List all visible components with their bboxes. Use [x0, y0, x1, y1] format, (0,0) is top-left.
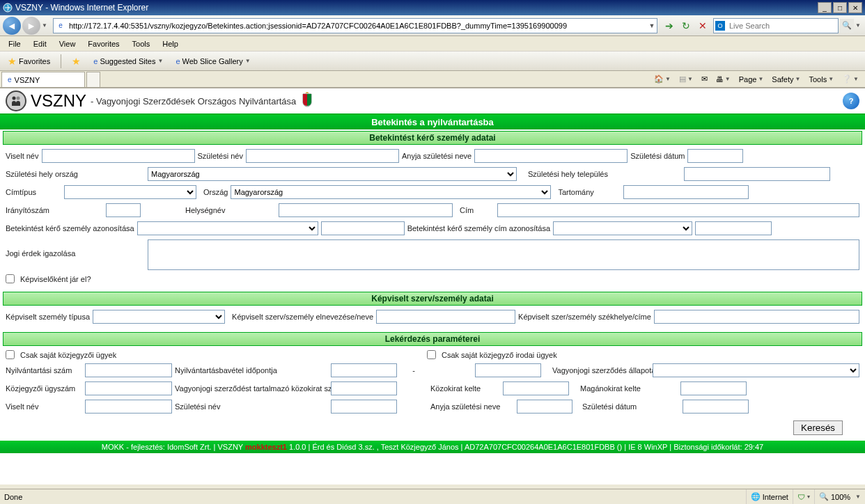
input-cim[interactable] — [497, 203, 859, 217]
search-input[interactable] — [726, 22, 838, 30]
label-csak-sajat-irodai: Csak saját közjegyző irodai ügyek — [442, 351, 557, 359]
select-szul-hely-orszag[interactable]: Magyarország — [148, 167, 517, 181]
ie-small-icon: e — [93, 57, 98, 65]
window-titlebar: VSZNY - Windows Internet Explorer _ □ ✕ — [0, 0, 865, 15]
label-kozjegyzoi-ugyszam: Közjegyzői ügyszám — [6, 384, 82, 393]
input-szuletesi-nev[interactable] — [246, 149, 399, 163]
select-cimtipus[interactable] — [64, 185, 196, 199]
label-kepviselt-nev: Képviselt szerv/személy elnevezése/neve — [232, 313, 373, 321]
input-kozokirat-kelte[interactable] — [503, 381, 569, 395]
globe-icon: 🌐 — [751, 492, 761, 501]
input-q-anyja-neve[interactable] — [517, 400, 572, 414]
input-nyilv-ido-from[interactable] — [331, 363, 397, 377]
main-heading: Betekintés a nyilvántartásba — [0, 115, 865, 129]
back-button[interactable]: ◄ — [3, 17, 21, 35]
section-3-heading: Lekérdezés paraméterei — [3, 332, 862, 346]
ie-icon — [3, 3, 13, 13]
add-favorites-button[interactable]: ★ — [67, 54, 86, 69]
search-button[interactable]: Keresés — [793, 420, 843, 435]
input-szul-hely-telepules[interactable] — [684, 167, 830, 181]
input-iranyitoszam[interactable] — [106, 203, 141, 217]
label-cimtipus: Címtípus — [6, 188, 61, 196]
ie-small-icon: e — [8, 76, 12, 84]
input-tartomany[interactable] — [623, 185, 749, 199]
input-viselt-nev[interactable] — [42, 149, 195, 163]
input-maganokirat-kelte[interactable] — [680, 381, 747, 395]
search-provider-dropdown[interactable]: ▼ — [855, 22, 862, 29]
input-q-szuletesi-nev[interactable] — [331, 400, 397, 414]
app-title: VSZNY — [31, 91, 86, 111]
input-szuletesi-datum[interactable] — [687, 149, 743, 163]
url-dropdown[interactable]: ▼ — [647, 22, 657, 29]
tab-vszny[interactable]: e VSZNY — [1, 72, 85, 87]
input-kozjegyzoi-ugyszam[interactable] — [85, 381, 172, 395]
section-2-heading: Képviselt szerv/személy adatai — [3, 292, 862, 306]
go-button[interactable]: ➔ — [662, 18, 677, 33]
select-kepviselt-tipus[interactable] — [93, 310, 225, 324]
label-q-szuletesi-datum: Születési dátum — [582, 402, 680, 411]
star-icon: ★ — [8, 56, 17, 67]
input-helysegnev[interactable] — [279, 203, 453, 217]
minimize-button[interactable]: _ — [818, 2, 832, 13]
checkbox-kepviselokent[interactable] — [6, 274, 15, 283]
input-q-viselt-nev[interactable] — [85, 400, 172, 414]
menu-view[interactable]: View — [54, 38, 81, 49]
stop-button[interactable]: ✕ — [695, 18, 710, 33]
select-azon[interactable] — [137, 221, 318, 235]
refresh-button[interactable]: ↻ — [678, 18, 694, 33]
input-nyilv-ido-to[interactable] — [475, 363, 541, 377]
menu-file[interactable]: File — [3, 38, 26, 49]
help-menu-button[interactable]: ❔▼ — [839, 72, 862, 86]
select-orszag[interactable]: Magyarország — [231, 185, 551, 199]
svg-point-1 — [13, 97, 16, 100]
url-input[interactable] — [68, 19, 647, 33]
address-bar: e ▼ — [53, 18, 657, 33]
checkbox-csak-sajat[interactable] — [6, 350, 15, 359]
input-anyja-neve[interactable] — [474, 149, 628, 163]
new-tab-button[interactable] — [86, 72, 100, 87]
tools-menu[interactable]: Tools▼ — [805, 73, 837, 86]
zoom-control[interactable]: 🔍100%▼ — [814, 489, 865, 504]
label-kepviselt-szekhely: Képviselt szer/személy székhelye/címe — [518, 313, 651, 321]
web-slice-gallery[interactable]: eWeb Slice Gallery▼ — [171, 55, 255, 68]
help-button[interactable]: ? — [843, 93, 859, 109]
input-kepviselt-nev[interactable] — [376, 310, 515, 324]
input-kozokirat-szam[interactable] — [331, 381, 397, 395]
history-dropdown[interactable]: ▼ — [42, 22, 49, 29]
menu-favorites[interactable]: Favorites — [82, 38, 125, 49]
input-azon-val[interactable] — [321, 221, 405, 235]
label-helysegnev: Helységnév — [185, 206, 276, 214]
input-q-szuletesi-datum[interactable] — [683, 400, 749, 414]
label-q-anyja-neve: Anyja születési neve — [430, 402, 514, 411]
menu-bar: File Edit View Favorites Tools Help — [0, 36, 865, 52]
help-icon: ❔ — [842, 74, 852, 84]
label-dash: - — [400, 366, 428, 375]
maximize-button[interactable]: □ — [833, 2, 847, 13]
select-szerz-allapot[interactable] — [653, 363, 859, 377]
suggested-sites[interactable]: eSuggested Sites▼ — [88, 55, 168, 68]
search-go-button[interactable]: 🔍 — [840, 19, 854, 33]
textarea-jogi-erdek[interactable] — [148, 239, 859, 270]
close-button[interactable]: ✕ — [848, 2, 862, 13]
app-scroll-area[interactable]: Betekintés a nyilvántartásba Betekintést… — [0, 115, 865, 484]
feeds-button[interactable]: ▤▼ — [676, 72, 696, 86]
input-cim-azon-val[interactable] — [695, 221, 772, 235]
forward-button[interactable]: ► — [22, 17, 40, 35]
input-kepviselt-szekhely[interactable] — [654, 310, 859, 324]
mail-button[interactable]: ✉ — [698, 72, 711, 86]
label-csak-sajat: Csak saját közjegyzői ügyek — [20, 351, 424, 359]
input-nyilv-szam[interactable] — [85, 363, 172, 377]
label-jogi-erdek: Jogi érdek igazolása — [6, 239, 145, 258]
safety-menu[interactable]: Safety▼ — [768, 73, 804, 86]
menu-edit[interactable]: Edit — [28, 38, 52, 49]
print-button[interactable]: 🖶▼ — [712, 73, 734, 86]
home-button[interactable]: 🏠▼ — [650, 72, 674, 86]
label-kepviselt-tipus: Képviselt személy típusa — [6, 313, 90, 321]
page-menu[interactable]: Page▼ — [735, 73, 767, 86]
checkbox-csak-sajat-irodai[interactable] — [427, 350, 436, 359]
menu-tools[interactable]: Tools — [127, 38, 156, 49]
menu-help[interactable]: Help — [157, 38, 184, 49]
favorites-button[interactable]: ★Favorites — [3, 54, 55, 69]
select-cim-azon[interactable] — [553, 221, 692, 235]
label-kozokirat-szam: Vagyonjogi szerződést tartalmazó közokir… — [175, 384, 328, 393]
